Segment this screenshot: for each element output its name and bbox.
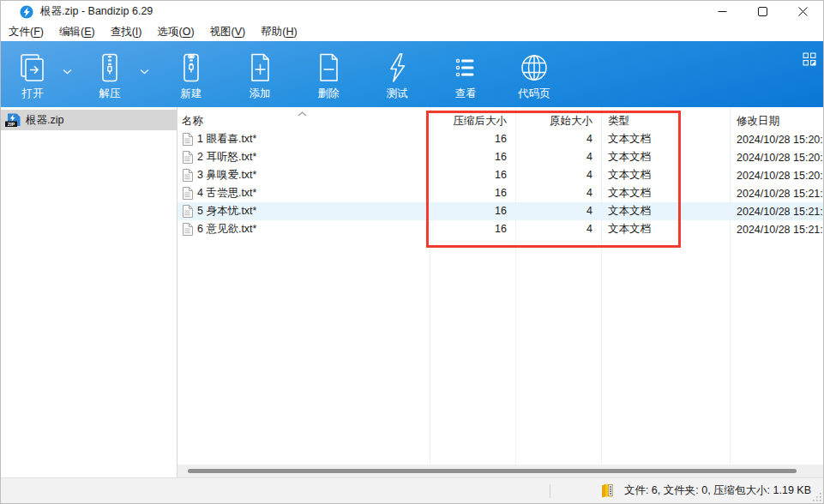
file-compressed-size: 16	[430, 148, 515, 166]
open-archive-icon	[9, 51, 57, 85]
toolbar-button-extract[interactable]: 解压	[86, 51, 134, 101]
file-name: 1 眼看喜.txt*	[197, 132, 256, 147]
file-compressed-size: 16	[430, 220, 515, 238]
menu-item-label: 编辑(E)	[59, 26, 95, 38]
test-archive-icon	[373, 51, 421, 85]
sidebar-item-label: 根器.zip	[26, 113, 63, 128]
chevron-down-icon[interactable]	[63, 63, 72, 78]
menu-item[interactable]: 帮助(H)	[253, 22, 304, 42]
menu-item-label: 帮助(H)	[261, 26, 297, 38]
titlebar: 根器.zip - Bandizip 6.29	[1, 1, 823, 22]
archive-status-icon	[600, 483, 616, 498]
file-row[interactable]: 6 意见欲.txt* 16 4 文本文档 2024/10/28 15:21:	[177, 220, 823, 238]
toolbar-button-label: 解压	[86, 87, 134, 101]
toolbar-button-test-archive[interactable]: 测试	[373, 51, 421, 101]
column-header-compressed-size[interactable]: 压缩后大小	[430, 112, 515, 130]
file-type: 文本文档	[601, 202, 730, 220]
text-file-icon	[182, 187, 193, 200]
sort-ascending-icon	[298, 107, 307, 119]
extract-icon	[86, 51, 134, 85]
statusbar: 文件: 6, 文件夹: 0, 压缩包大小: 1.19 KB	[1, 477, 823, 503]
customize-toolbar-icon[interactable]	[803, 52, 816, 66]
menu-item[interactable]: 视图(V)	[202, 22, 254, 42]
file-modified: 2024/10/28 15:21:	[730, 202, 823, 220]
file-type: 文本文档	[601, 148, 730, 166]
file-modified: 2024/10/28 15:20:	[730, 166, 823, 184]
column-header-type[interactable]: 类型	[601, 112, 730, 130]
file-row[interactable]: 3 鼻嗅爱.txt* 16 4 文本文档 2024/10/28 15:20:	[177, 166, 823, 184]
file-original-size: 4	[515, 202, 601, 220]
text-file-icon	[182, 133, 193, 146]
sidebar: ZIP 根器.zip	[1, 107, 177, 477]
menu-item[interactable]: 查找(I)	[103, 22, 150, 42]
close-button[interactable]	[783, 1, 823, 22]
file-list: 名称 压缩后大小 原始大小 类型 修改日期 1 眼看喜.txt* 16 4 文本…	[177, 107, 823, 465]
file-row[interactable]: 4 舌尝思.txt* 16 4 文本文档 2024/10/28 15:21:	[177, 184, 823, 202]
bandizip-window: 根器.zip - Bandizip 6.29 文件(F) 编辑(E) 查找(I)…	[0, 0, 824, 504]
content-area: ZIP 根器.zip 名称 压缩后大小 原始大小 类型 修改日期	[1, 107, 823, 477]
file-compressed-size: 16	[430, 166, 515, 184]
maximize-button[interactable]	[743, 1, 783, 22]
window-title: 根器.zip - Bandizip 6.29	[40, 4, 153, 19]
svg-text:ZIP: ZIP	[8, 122, 15, 127]
toolbar-button-label: 删除	[304, 87, 352, 101]
file-row[interactable]: 5 身本忧.txt* 16 4 文本文档 2024/10/28 15:21:	[177, 202, 823, 220]
menu-item-label: 视图(V)	[210, 26, 246, 38]
toolbar-button-add-files[interactable]: 添加	[236, 51, 284, 101]
horizontal-scrollbar[interactable]	[177, 465, 823, 477]
menu-item[interactable]: 选项(O)	[150, 22, 202, 42]
file-name: 3 鼻嗅爱.txt*	[197, 168, 256, 183]
menu-item-label: 查找(I)	[111, 26, 142, 38]
column-separator	[515, 107, 516, 465]
column-separator	[601, 107, 602, 465]
toolbar-button-label: 新建	[167, 87, 215, 101]
menu-item-label: 选项(O)	[158, 26, 195, 38]
toolbar-button-codepage[interactable]: 代码页	[510, 51, 558, 101]
file-modified: 2024/10/28 15:20:	[730, 130, 823, 148]
column-header-original-size[interactable]: 原始大小	[515, 112, 601, 130]
file-original-size: 4	[515, 148, 601, 166]
file-original-size: 4	[515, 184, 601, 202]
resize-grip[interactable]	[812, 492, 821, 501]
file-original-size: 4	[515, 166, 601, 184]
file-modified: 2024/10/28 15:20:	[730, 148, 823, 166]
toolbar-button-open-archive[interactable]: 打开	[9, 51, 57, 101]
menu-item[interactable]: 文件(F)	[1, 22, 51, 42]
column-header-modified[interactable]: 修改日期	[730, 112, 823, 130]
file-name: 5 身本忧.txt*	[197, 204, 256, 219]
toolbar-button-label: 代码页	[510, 87, 558, 101]
file-rows: 1 眼看喜.txt* 16 4 文本文档 2024/10/28 15:20: 2…	[177, 130, 823, 238]
sidebar-item-archive[interactable]: ZIP 根器.zip	[1, 110, 177, 130]
chevron-down-icon[interactable]	[140, 63, 149, 78]
file-original-size: 4	[515, 220, 601, 238]
add-files-icon	[236, 51, 284, 85]
toolbar-button-label: 打开	[9, 87, 57, 101]
toolbar-button-view-file[interactable]: 查看	[442, 51, 490, 101]
toolbar-button-delete-files[interactable]: 删除	[304, 51, 352, 101]
menu-item[interactable]: 编辑(E)	[51, 22, 103, 42]
minimize-button[interactable]	[702, 1, 743, 22]
file-row[interactable]: 2 耳听怒.txt* 16 4 文本文档 2024/10/28 15:20:	[177, 148, 823, 166]
file-row[interactable]: 1 眼看喜.txt* 16 4 文本文档 2024/10/28 15:20:	[177, 130, 823, 148]
file-type: 文本文档	[601, 166, 730, 184]
file-name: 6 意见欲.txt*	[197, 222, 256, 237]
toolbar: 打开 解压 新建 添加 删除 测试 查看	[1, 41, 823, 107]
file-name: 2 耳听怒.txt*	[197, 150, 256, 165]
menu-item-label: 文件(F)	[9, 26, 44, 38]
file-original-size: 4	[515, 130, 601, 148]
file-modified: 2024/10/28 15:21:	[730, 220, 823, 238]
new-archive-icon	[167, 51, 215, 85]
statusbar-separator	[550, 484, 550, 498]
list-header: 名称 压缩后大小 原始大小 类型 修改日期	[177, 107, 823, 130]
zip-archive-icon: ZIP	[5, 113, 21, 127]
toolbar-button-new-archive[interactable]: 新建	[167, 51, 215, 101]
file-type: 文本文档	[601, 184, 730, 202]
delete-files-icon	[304, 51, 352, 85]
text-file-icon	[182, 205, 193, 218]
scrollbar-thumb[interactable]	[188, 469, 797, 473]
column-separator	[430, 107, 430, 465]
bandizip-logo-icon[interactable]	[20, 5, 33, 19]
file-compressed-size: 16	[430, 130, 515, 148]
column-separator	[730, 107, 731, 465]
file-compressed-size: 16	[430, 202, 515, 220]
